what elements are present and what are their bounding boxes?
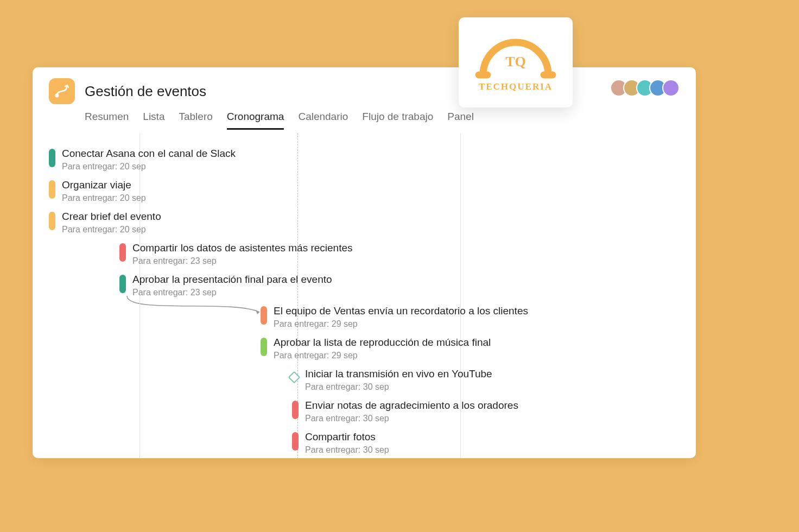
task-due: Para entregar: 30 sep (305, 382, 492, 392)
timeline-task[interactable]: Compartir los datos de asistentes más re… (119, 242, 353, 266)
timeline-task[interactable]: Aprobar la presentación final para el ev… (119, 273, 332, 297)
task-pill (49, 212, 55, 230)
task-title: Compartir fotos (305, 430, 389, 444)
timeline-task[interactable]: Conectar Asana con el canal de SlackPara… (49, 147, 236, 172)
brand-card: TQ TECHQUERIA (459, 17, 573, 107)
task-text: Enviar notas de agradecimiento a los ora… (305, 399, 518, 423)
task-title: Conectar Asana con el canal de Slack (62, 147, 236, 161)
task-due: Para entregar: 20 sep (62, 225, 161, 235)
task-pill (119, 275, 126, 293)
task-pill (261, 338, 267, 356)
dependency-arrow (125, 294, 266, 321)
task-title: Aprobar la lista de reproducción de músi… (274, 336, 491, 350)
tab-lista[interactable]: Lista (143, 111, 164, 130)
techqueria-logo: TQ (472, 33, 559, 81)
tab-tablero[interactable]: Tablero (179, 111, 212, 130)
timeline-task[interactable]: Organizar viajePara entregar: 20 sep (49, 179, 146, 203)
app-window: Gestión de eventos ResumenListaTableroCr… (33, 67, 696, 458)
task-due: Para entregar: 29 sep (274, 319, 528, 329)
brand-badge-text: TQ (505, 54, 526, 69)
milestone-icon (288, 371, 301, 384)
timeline-task[interactable]: Iniciar la transmisión en vivo en YouTub… (290, 368, 492, 392)
task-due: Para entregar: 30 sep (305, 414, 518, 423)
task-pill (292, 401, 299, 419)
task-due: Para entregar: 23 sep (132, 256, 353, 266)
task-text: Compartir fotosPara entregar: 30 sep (305, 430, 389, 455)
task-title: Aprobar la presentación final para el ev… (132, 273, 332, 287)
task-title: Compartir los datos de asistentes más re… (132, 242, 353, 255)
timeline-task[interactable]: Crear brief del eventoPara entregar: 20 … (49, 210, 161, 235)
task-pill (119, 243, 126, 262)
task-pill (292, 432, 299, 451)
timeline-task[interactable]: El equipo de Ventas envía un recordatori… (261, 305, 528, 329)
task-pill (49, 149, 55, 167)
task-due: Para entregar: 20 sep (62, 162, 236, 172)
task-title: El equipo de Ventas envía un recordatori… (274, 305, 528, 318)
task-title: Organizar viaje (62, 179, 146, 192)
task-due: Para entregar: 23 sep (132, 288, 332, 297)
avatar[interactable] (662, 79, 680, 97)
route-icon (54, 84, 69, 99)
task-text: Aprobar la lista de reproducción de músi… (274, 336, 491, 360)
tab-flujo-de-trabajo[interactable]: Flujo de trabajo (362, 111, 433, 130)
tab-cronograma[interactable]: Cronograma (227, 111, 284, 130)
task-text: Crear brief del eventoPara entregar: 20 … (62, 210, 161, 235)
project-title[interactable]: Gestión de eventos (85, 83, 206, 100)
task-due: Para entregar: 29 sep (274, 351, 491, 360)
tab-panel[interactable]: Panel (447, 111, 474, 130)
timeline-task[interactable]: Aprobar la lista de reproducción de músi… (261, 336, 491, 360)
timeline-task[interactable]: Compartir fotosPara entregar: 30 sep (292, 430, 389, 455)
tabs: ResumenListaTableroCronogramaCalendarioF… (85, 111, 680, 130)
task-due: Para entregar: 30 sep (305, 445, 389, 455)
task-text: El equipo de Ventas envía un recordatori… (274, 305, 528, 329)
task-text: Aprobar la presentación final para el ev… (132, 273, 332, 297)
task-text: Conectar Asana con el canal de SlackPara… (62, 147, 236, 172)
task-pill (261, 306, 267, 325)
timeline-area[interactable]: Conectar Asana con el canal de SlackPara… (33, 133, 696, 458)
tab-resumen[interactable]: Resumen (85, 111, 129, 130)
header-row: Gestión de eventos (49, 78, 680, 104)
task-text: Iniciar la transmisión en vivo en YouTub… (305, 368, 492, 392)
task-title: Iniciar la transmisión en vivo en YouTub… (305, 368, 492, 381)
task-text: Organizar viajePara entregar: 20 sep (62, 179, 146, 203)
brand-name: TECHQUERIA (472, 81, 559, 92)
tab-calendario[interactable]: Calendario (298, 111, 348, 130)
task-pill (49, 180, 55, 199)
task-due: Para entregar: 20 sep (62, 193, 146, 203)
header: Gestión de eventos ResumenListaTableroCr… (33, 67, 696, 130)
timeline-task[interactable]: Enviar notas de agradecimiento a los ora… (292, 399, 518, 423)
task-text: Compartir los datos de asistentes más re… (132, 242, 353, 266)
avatar-group[interactable] (614, 79, 680, 97)
task-title: Crear brief del evento (62, 210, 161, 224)
task-title: Enviar notas de agradecimiento a los ora… (305, 399, 518, 413)
project-icon[interactable] (49, 78, 75, 104)
